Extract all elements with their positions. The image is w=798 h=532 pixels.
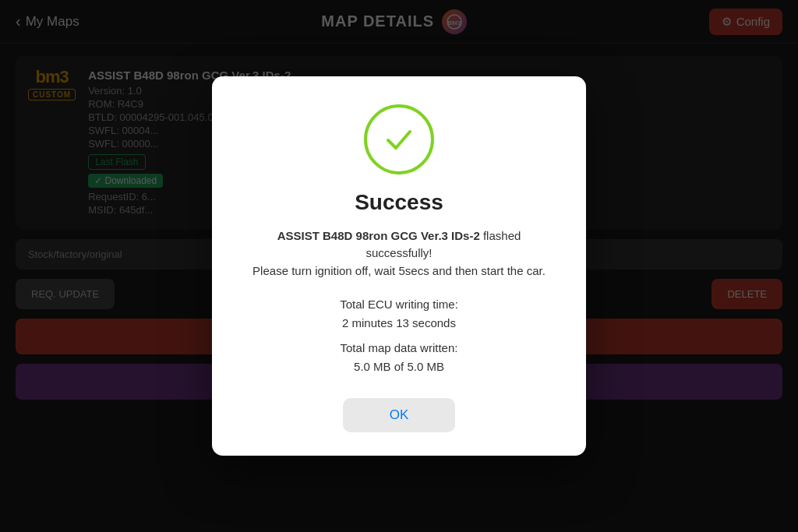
checkmark-icon	[379, 119, 419, 160]
ecu-time-label: Total ECU writing time:	[340, 298, 458, 311]
success-dialog: Success ASSIST B48D 98ron GCG Ver.3 IDs-…	[212, 76, 586, 456]
flashed-map-name: ASSIST B48D 98ron GCG Ver.3 IDs-2	[277, 229, 480, 242]
success-title: Success	[355, 190, 443, 215]
success-message: ASSIST B48D 98ron GCG Ver.3 IDs-2 flashe…	[243, 227, 555, 280]
map-data-value: 5.0 MB of 5.0 MB	[354, 360, 444, 373]
ecu-time-stats: Total ECU writing time: 2 minutes 13 sec…	[340, 295, 458, 333]
ecu-time-value: 2 minutes 13 seconds	[342, 316, 456, 329]
map-data-stats: Total map data written: 5.0 MB of 5.0 MB	[341, 339, 458, 376]
map-data-label: Total map data written:	[341, 341, 458, 354]
ok-button[interactable]: OK	[343, 398, 456, 432]
ignition-message: Please turn ignition off, wait 5secs and…	[252, 264, 546, 277]
modal-overlay: Success ASSIST B48D 98ron GCG Ver.3 IDs-…	[0, 0, 798, 532]
success-icon-circle	[364, 104, 434, 174]
